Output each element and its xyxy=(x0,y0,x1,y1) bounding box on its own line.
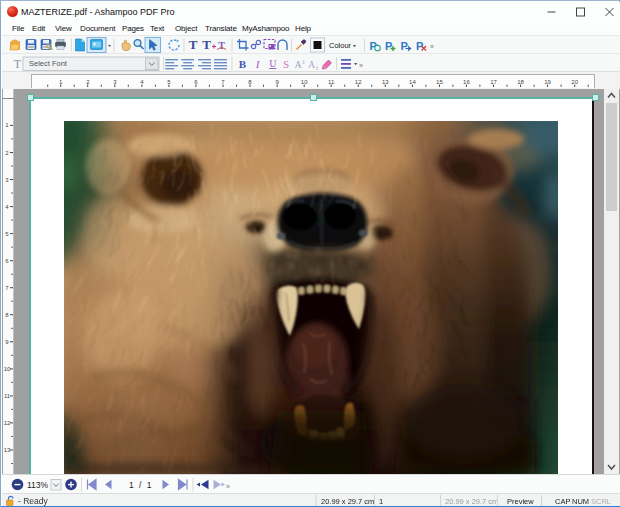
svg-text:CAP: CAP xyxy=(555,497,570,506)
svg-text:SCRL: SCRL xyxy=(591,497,611,506)
svg-text:NUM: NUM xyxy=(572,497,589,506)
svg-text:8: 8 xyxy=(5,312,9,318)
svg-text:6: 6 xyxy=(5,258,9,264)
svg-text:2: 2 xyxy=(86,79,90,85)
svg-text:I: I xyxy=(255,58,261,70)
svg-text:15: 15 xyxy=(436,79,443,85)
svg-text:»: » xyxy=(226,483,230,490)
svg-text:B: B xyxy=(239,58,247,70)
svg-text:10: 10 xyxy=(4,366,11,372)
svg-text:1 / 1: 1 / 1 xyxy=(129,480,153,490)
svg-text:»: » xyxy=(430,43,434,50)
svg-text:20.99 x 29.7 cm: 20.99 x 29.7 cm xyxy=(321,497,374,506)
svg-text:- Ready: - Ready xyxy=(18,496,49,506)
svg-text:7: 7 xyxy=(221,79,225,85)
svg-text:4: 4 xyxy=(5,204,9,210)
svg-text:3: 3 xyxy=(113,79,117,85)
svg-text:20: 20 xyxy=(571,79,578,85)
svg-text:1: 1 xyxy=(302,59,305,65)
svg-text:13: 13 xyxy=(382,79,389,85)
svg-text:3: 3 xyxy=(5,177,9,183)
svg-text:4: 4 xyxy=(140,79,144,85)
svg-text:20.99 x 29.7 cm: 20.99 x 29.7 cm xyxy=(445,497,498,506)
svg-text:Select Font: Select Font xyxy=(29,59,68,68)
svg-text:7: 7 xyxy=(5,285,9,291)
svg-text:13: 13 xyxy=(4,447,11,453)
svg-text:1: 1 xyxy=(5,122,9,128)
svg-text:Colour: Colour xyxy=(329,41,352,50)
svg-text:113%: 113% xyxy=(27,480,49,490)
svg-text:1: 1 xyxy=(379,497,383,506)
svg-text:9: 9 xyxy=(275,79,279,85)
svg-text:P: P xyxy=(401,40,408,52)
svg-text:14: 14 xyxy=(409,79,416,85)
svg-text:T: T xyxy=(189,37,198,52)
svg-text:19: 19 xyxy=(544,79,551,85)
svg-text:5: 5 xyxy=(167,79,171,85)
svg-text:11: 11 xyxy=(328,79,335,85)
svg-text:T: T xyxy=(218,40,225,51)
svg-text:5: 5 xyxy=(5,231,9,237)
svg-text:12: 12 xyxy=(355,79,362,85)
svg-text:10: 10 xyxy=(301,79,308,85)
svg-text:T: T xyxy=(14,57,22,71)
svg-text:S: S xyxy=(283,58,289,70)
svg-text:11: 11 xyxy=(4,393,11,399)
svg-text:8: 8 xyxy=(248,79,252,85)
svg-text:1: 1 xyxy=(316,65,319,71)
svg-text:»: » xyxy=(359,62,363,69)
svg-text:9: 9 xyxy=(5,339,9,345)
svg-text:18: 18 xyxy=(517,79,524,85)
svg-text:16: 16 xyxy=(463,79,470,85)
svg-text:17: 17 xyxy=(490,79,497,85)
svg-text:6: 6 xyxy=(194,79,198,85)
svg-text:U: U xyxy=(269,58,277,69)
svg-text:P: P xyxy=(385,40,392,52)
svg-text:T: T xyxy=(202,37,211,52)
svg-text:2: 2 xyxy=(5,150,9,156)
svg-text:Preview: Preview xyxy=(507,497,534,506)
svg-text:1: 1 xyxy=(59,79,63,85)
svg-text:12: 12 xyxy=(4,420,11,426)
